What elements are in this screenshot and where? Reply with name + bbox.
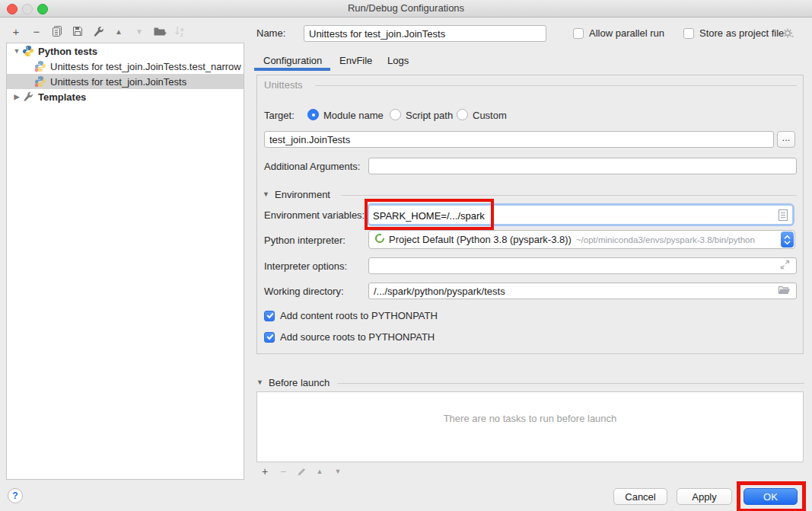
sort-alphabetically-icon[interactable]: az xyxy=(174,24,187,38)
move-up-icon[interactable]: ▲ xyxy=(112,24,126,38)
new-folder-icon[interactable] xyxy=(153,24,167,38)
unittests-section-title: Unittests xyxy=(264,79,303,91)
conda-environment-icon xyxy=(374,233,385,246)
store-as-project-file-checkbox[interactable] xyxy=(683,28,694,39)
browse-folder-icon[interactable] xyxy=(778,285,791,298)
python-interpreter-label: Python interpreter: xyxy=(264,235,345,246)
target-script-path-radio[interactable] xyxy=(390,109,401,120)
interpreter-options-input[interactable] xyxy=(368,257,797,274)
store-as-project-file-label: Store as project file xyxy=(699,27,784,39)
allow-parallel-run-checkbox[interactable] xyxy=(573,28,584,39)
before-launch-tasks-panel xyxy=(256,391,804,462)
working-directory-input[interactable] xyxy=(368,283,797,299)
additional-arguments-label: Additional Arguments: xyxy=(264,161,360,172)
tree-item-unittests-jointests-selected[interactable]: Unittests for test_join.JoinTests xyxy=(7,74,244,89)
module-name-input[interactable] xyxy=(264,131,774,148)
save-configuration-icon[interactable] xyxy=(71,24,84,38)
environment-collapse-icon[interactable]: ▼ xyxy=(263,190,269,198)
apply-button[interactable]: Apply xyxy=(677,488,732,505)
configurations-toolbar: + − ▲ ▼ az xyxy=(9,22,187,40)
tree-item-label: Unittests for test_join.JoinTests xyxy=(50,76,186,88)
name-input[interactable] xyxy=(304,25,546,42)
environment-section-title: Environment xyxy=(275,189,330,200)
section-rule xyxy=(337,383,804,384)
section-rule xyxy=(315,85,797,86)
remove-configuration-icon[interactable]: − xyxy=(30,24,43,38)
dropdown-stepper-icon[interactable] xyxy=(781,232,794,248)
environment-variables-label: Environment variables: xyxy=(264,209,365,221)
add-configuration-icon[interactable]: + xyxy=(9,24,23,38)
tree-item-label: Templates xyxy=(38,91,86,103)
browse-module-button[interactable]: ... xyxy=(777,131,795,148)
window-title: Run/Debug Configurations xyxy=(0,0,812,17)
tree-item-unittests-test-narrow[interactable]: Unittests for test_join.JoinTests.test_n… xyxy=(7,59,244,74)
expand-field-icon[interactable] xyxy=(780,260,790,272)
name-label: Name: xyxy=(256,27,285,39)
add-task-icon[interactable]: + xyxy=(260,465,270,477)
tab-logs[interactable]: Logs xyxy=(387,55,409,66)
target-module-name-radio[interactable] xyxy=(307,109,319,120)
tree-item-label: Unittests for test_join.JoinTests.test_n… xyxy=(50,61,241,72)
python-run-config-icon xyxy=(34,75,46,88)
python-interpreter-dropdown[interactable]: Project Default (Python 3.8 (pyspark-3.8… xyxy=(368,230,795,249)
target-module-name-label: Module name xyxy=(323,110,384,121)
python-run-config-icon xyxy=(34,60,46,72)
target-custom-radio[interactable] xyxy=(457,109,468,120)
add-content-roots-checkbox[interactable] xyxy=(264,311,275,321)
wrench-icon xyxy=(22,91,34,103)
tree-item-label: Python tests xyxy=(38,46,97,57)
help-button[interactable]: ? xyxy=(8,488,23,503)
copy-configuration-icon[interactable] xyxy=(50,24,64,38)
move-task-up-icon[interactable]: ▲ xyxy=(314,468,325,475)
run-debug-configurations-dialog: Run/Debug Configurations + − ▲ ▼ az ▼ Py xyxy=(0,0,812,511)
configurations-tree: ▼ Python tests Unittests for test_join.J… xyxy=(6,43,244,480)
tree-item-templates[interactable]: ▶ Templates xyxy=(7,89,244,104)
ok-button[interactable]: OK xyxy=(744,488,798,505)
tab-envfile[interactable]: EnvFile xyxy=(339,55,372,66)
python-icon xyxy=(22,45,34,57)
interpreter-options-label: Interpreter options: xyxy=(264,260,347,272)
add-source-roots-label: Add source roots to PYTHONPATH xyxy=(280,331,435,343)
cancel-button[interactable]: Cancel xyxy=(613,488,667,505)
move-down-icon[interactable]: ▼ xyxy=(132,24,146,38)
environment-variables-input[interactable] xyxy=(371,207,755,224)
target-custom-label: Custom xyxy=(473,110,507,121)
allow-parallel-run-label: Allow parallel run xyxy=(589,27,664,39)
before-launch-collapse-icon[interactable]: ▼ xyxy=(256,378,263,386)
additional-arguments-input[interactable] xyxy=(368,158,797,174)
before-launch-section-title: Before launch xyxy=(269,377,330,388)
python-interpreter-value: Project Default (Python 3.8 (pyspark-3.8… xyxy=(389,234,572,245)
before-launch-toolbar: + − ▲ ▼ xyxy=(260,465,343,478)
svg-text:z: z xyxy=(180,31,183,37)
target-label: Target: xyxy=(264,110,295,121)
title-bar: Run/Debug Configurations xyxy=(0,0,812,18)
section-rule xyxy=(341,195,797,196)
edit-task-icon[interactable] xyxy=(296,467,307,477)
tree-item-python-tests[interactable]: ▼ Python tests xyxy=(7,43,244,59)
target-script-path-label: Script path xyxy=(406,110,453,121)
add-content-roots-row: Add content roots to PYTHONPATH xyxy=(264,310,438,321)
python-interpreter-path: ~/opt/miniconda3/envs/pyspark-3.8/bin/py… xyxy=(576,235,755,244)
allow-parallel-run-row: Allow parallel run xyxy=(573,27,664,39)
move-task-down-icon[interactable]: ▼ xyxy=(333,468,343,475)
chevron-down-icon[interactable]: ▼ xyxy=(11,47,22,55)
store-as-project-file-row: Store as project file xyxy=(683,27,784,39)
add-source-roots-checkbox[interactable] xyxy=(264,332,275,343)
no-tasks-message: There are no tasks to run before launch xyxy=(256,413,804,424)
edit-templates-icon[interactable] xyxy=(91,24,105,38)
add-source-roots-row: Add source roots to PYTHONPATH xyxy=(264,331,435,343)
tab-configuration[interactable]: Configuration xyxy=(263,55,322,66)
remove-task-icon[interactable]: − xyxy=(278,465,288,477)
working-directory-label: Working directory: xyxy=(264,286,344,297)
add-content-roots-label: Add content roots to PYTHONPATH xyxy=(280,310,438,321)
chevron-right-icon[interactable]: ▶ xyxy=(11,93,22,101)
gear-icon[interactable] xyxy=(782,27,794,39)
active-tab-underline xyxy=(254,68,330,71)
environment-variables-list-icon[interactable] xyxy=(778,209,788,224)
